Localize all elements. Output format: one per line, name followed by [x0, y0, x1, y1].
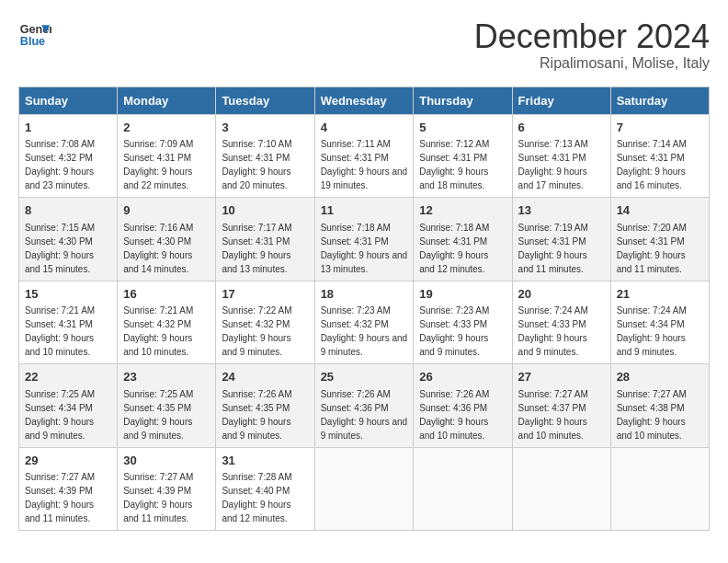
calendar-cell: 17Sunrise: 7:22 AMSunset: 4:32 PMDayligh… — [216, 281, 314, 364]
day-info: Sunrise: 7:09 AMSunset: 4:31 PMDaylight:… — [123, 139, 193, 190]
day-info: Sunrise: 7:21 AMSunset: 4:31 PMDaylight:… — [25, 305, 95, 357]
calendar-cell: 23Sunrise: 7:25 AMSunset: 4:35 PMDayligh… — [118, 364, 216, 448]
calendar-cell: 1Sunrise: 7:08 AMSunset: 4:32 PMDaylight… — [19, 114, 118, 198]
day-number: 15 — [25, 286, 111, 303]
calendar-cell: 7Sunrise: 7:14 AMSunset: 4:31 PMDaylight… — [610, 114, 709, 198]
day-info: Sunrise: 7:20 AMSunset: 4:31 PMDaylight:… — [617, 223, 687, 274]
calendar-cell — [610, 447, 709, 531]
day-number: 28 — [617, 369, 703, 385]
day-number: 25 — [321, 369, 408, 385]
day-number: 21 — [617, 286, 703, 303]
calendar-cell: 11Sunrise: 7:18 AMSunset: 4:31 PMDayligh… — [314, 198, 414, 282]
calendar-cell: 25Sunrise: 7:26 AMSunset: 4:36 PMDayligh… — [314, 364, 414, 448]
day-info: Sunrise: 7:23 AMSunset: 4:33 PMDaylight:… — [419, 305, 489, 357]
calendar-cell: 30Sunrise: 7:27 AMSunset: 4:39 PMDayligh… — [118, 447, 216, 531]
day-number: 31 — [222, 453, 308, 469]
day-info: Sunrise: 7:28 AMSunset: 4:40 PMDaylight:… — [222, 472, 291, 523]
day-info: Sunrise: 7:25 AMSunset: 4:34 PMDaylight:… — [25, 389, 95, 441]
day-number: 5 — [419, 120, 506, 136]
logo-icon: General Blue — [18, 18, 51, 52]
day-info: Sunrise: 7:26 AMSunset: 4:36 PMDaylight:… — [321, 389, 408, 441]
calendar-cell: 12Sunrise: 7:18 AMSunset: 4:31 PMDayligh… — [414, 198, 512, 282]
day-number: 22 — [25, 369, 111, 385]
calendar-cell: 13Sunrise: 7:19 AMSunset: 4:31 PMDayligh… — [512, 198, 610, 282]
calendar-table: SundayMondayTuesdayWednesdayThursdayFrid… — [18, 86, 710, 532]
day-number: 24 — [222, 369, 308, 385]
day-info: Sunrise: 7:21 AMSunset: 4:32 PMDaylight:… — [123, 305, 193, 357]
day-info: Sunrise: 7:27 AMSunset: 4:37 PMDaylight:… — [518, 389, 588, 441]
day-info: Sunrise: 7:23 AMSunset: 4:32 PMDaylight:… — [321, 305, 408, 357]
weekday-header: Wednesday — [314, 86, 414, 114]
page-subtitle: Ripalimosani, Molise, Italy — [474, 55, 710, 72]
day-info: Sunrise: 7:26 AMSunset: 4:36 PMDaylight:… — [419, 389, 489, 441]
day-number: 29 — [25, 453, 111, 469]
day-number: 4 — [321, 120, 408, 136]
day-number: 9 — [123, 202, 210, 219]
calendar-cell: 9Sunrise: 7:16 AMSunset: 4:30 PMDaylight… — [118, 198, 216, 282]
day-number: 13 — [518, 202, 605, 219]
day-info: Sunrise: 7:12 AMSunset: 4:31 PMDaylight:… — [419, 139, 489, 190]
day-number: 16 — [123, 286, 210, 303]
day-number: 3 — [222, 120, 308, 136]
calendar-cell: 3Sunrise: 7:10 AMSunset: 4:31 PMDaylight… — [216, 114, 314, 198]
calendar-cell: 5Sunrise: 7:12 AMSunset: 4:31 PMDaylight… — [414, 114, 512, 198]
day-info: Sunrise: 7:14 AMSunset: 4:31 PMDaylight:… — [617, 139, 687, 190]
calendar-week-row: 15Sunrise: 7:21 AMSunset: 4:31 PMDayligh… — [19, 281, 710, 364]
day-info: Sunrise: 7:24 AMSunset: 4:34 PMDaylight:… — [617, 305, 687, 357]
calendar-cell: 8Sunrise: 7:15 AMSunset: 4:30 PMDaylight… — [19, 198, 118, 282]
day-info: Sunrise: 7:22 AMSunset: 4:32 PMDaylight:… — [222, 305, 291, 357]
day-number: 1 — [25, 120, 111, 136]
day-info: Sunrise: 7:11 AMSunset: 4:31 PMDaylight:… — [321, 139, 408, 190]
day-number: 6 — [518, 120, 605, 136]
weekday-header: Sunday — [19, 86, 118, 114]
calendar-cell: 26Sunrise: 7:26 AMSunset: 4:36 PMDayligh… — [414, 364, 512, 448]
day-number: 26 — [419, 369, 506, 385]
calendar-cell: 16Sunrise: 7:21 AMSunset: 4:32 PMDayligh… — [118, 281, 216, 364]
day-number: 20 — [518, 286, 605, 303]
weekday-header: Monday — [118, 86, 216, 114]
calendar-week-row: 1Sunrise: 7:08 AMSunset: 4:32 PMDaylight… — [19, 114, 710, 198]
calendar-cell: 4Sunrise: 7:11 AMSunset: 4:31 PMDaylight… — [314, 114, 414, 198]
calendar-cell: 15Sunrise: 7:21 AMSunset: 4:31 PMDayligh… — [19, 281, 118, 364]
weekday-header: Thursday — [414, 86, 512, 114]
day-info: Sunrise: 7:19 AMSunset: 4:31 PMDaylight:… — [518, 223, 588, 274]
calendar-cell: 21Sunrise: 7:24 AMSunset: 4:34 PMDayligh… — [610, 281, 709, 364]
day-number: 23 — [123, 369, 210, 385]
weekday-header: Friday — [512, 86, 610, 114]
day-info: Sunrise: 7:18 AMSunset: 4:31 PMDaylight:… — [419, 223, 489, 274]
page-header: General Blue December 2024 Ripalimosani,… — [18, 18, 710, 72]
day-info: Sunrise: 7:10 AMSunset: 4:31 PMDaylight:… — [222, 139, 291, 190]
calendar-cell: 22Sunrise: 7:25 AMSunset: 4:34 PMDayligh… — [19, 364, 118, 448]
day-number: 19 — [419, 286, 506, 303]
day-number: 18 — [321, 286, 408, 303]
day-info: Sunrise: 7:25 AMSunset: 4:35 PMDaylight:… — [123, 389, 193, 441]
title-block: December 2024 Ripalimosani, Molise, Ital… — [474, 18, 710, 72]
logo: General Blue — [18, 18, 51, 52]
day-number: 11 — [321, 202, 408, 219]
calendar-cell: 6Sunrise: 7:13 AMSunset: 4:31 PMDaylight… — [512, 114, 610, 198]
day-info: Sunrise: 7:18 AMSunset: 4:31 PMDaylight:… — [321, 223, 408, 274]
calendar-cell: 18Sunrise: 7:23 AMSunset: 4:32 PMDayligh… — [314, 281, 414, 364]
day-number: 14 — [617, 202, 703, 219]
calendar-cell: 14Sunrise: 7:20 AMSunset: 4:31 PMDayligh… — [610, 198, 709, 282]
day-number: 27 — [518, 369, 605, 385]
day-number: 7 — [617, 120, 703, 136]
calendar-week-row: 22Sunrise: 7:25 AMSunset: 4:34 PMDayligh… — [19, 364, 710, 448]
calendar-cell: 27Sunrise: 7:27 AMSunset: 4:37 PMDayligh… — [512, 364, 610, 448]
calendar-cell — [512, 447, 610, 531]
calendar-week-row: 8Sunrise: 7:15 AMSunset: 4:30 PMDaylight… — [19, 198, 710, 282]
calendar-cell: 10Sunrise: 7:17 AMSunset: 4:31 PMDayligh… — [216, 198, 314, 282]
day-info: Sunrise: 7:24 AMSunset: 4:33 PMDaylight:… — [518, 305, 588, 357]
calendar-cell: 24Sunrise: 7:26 AMSunset: 4:35 PMDayligh… — [216, 364, 314, 448]
day-info: Sunrise: 7:26 AMSunset: 4:35 PMDaylight:… — [222, 389, 291, 441]
day-number: 8 — [25, 202, 111, 219]
day-number: 30 — [123, 453, 210, 469]
calendar-cell: 19Sunrise: 7:23 AMSunset: 4:33 PMDayligh… — [414, 281, 512, 364]
day-number: 17 — [222, 286, 308, 303]
day-info: Sunrise: 7:27 AMSunset: 4:38 PMDaylight:… — [617, 389, 687, 441]
day-info: Sunrise: 7:27 AMSunset: 4:39 PMDaylight:… — [123, 472, 193, 523]
svg-text:Blue: Blue — [20, 35, 45, 48]
weekday-header: Tuesday — [216, 86, 314, 114]
day-info: Sunrise: 7:27 AMSunset: 4:39 PMDaylight:… — [25, 472, 95, 523]
day-info: Sunrise: 7:17 AMSunset: 4:31 PMDaylight:… — [222, 223, 291, 274]
